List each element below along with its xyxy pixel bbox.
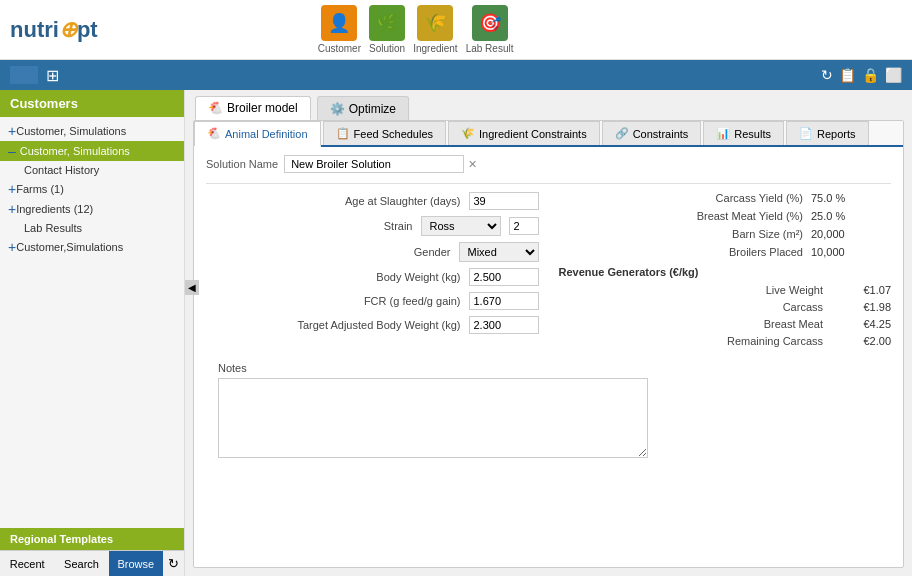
minus-icon-1: – xyxy=(8,144,16,158)
refresh-icon[interactable]: ↻ xyxy=(821,67,833,83)
tab-reports[interactable]: 📄 Reports xyxy=(786,121,869,145)
blue-bar-left: ⊞ xyxy=(10,66,59,85)
model-tabs: 🐔 Broiler model ⚙️ Optimize xyxy=(185,90,912,120)
recent-button[interactable]: Recent xyxy=(0,551,54,576)
sidebar-item-lab[interactable]: Lab Results xyxy=(0,219,184,237)
strain-controls: Ross Cobb xyxy=(421,216,539,236)
notes-section: Notes xyxy=(206,362,891,471)
live-weight-value: €1.07 xyxy=(831,284,891,296)
sidebar-item-label-6: Customer,Simulations xyxy=(16,241,123,253)
fcr-input[interactable] xyxy=(469,292,539,310)
lab-result-nav-label: Lab Result xyxy=(466,43,514,54)
breast-meat-label: Breast Meat xyxy=(559,318,832,330)
logo: nutri⊕pt xyxy=(10,17,98,43)
body-weight-label: Body Weight (kg) xyxy=(206,271,469,283)
broiler-model-icon: 🐔 xyxy=(208,101,223,115)
barn-size-row: Barn Size (m²) 20,000 xyxy=(559,228,892,240)
solution-name-label: Solution Name xyxy=(206,158,278,170)
sidebar-item-0[interactable]: + Customer, Simulations xyxy=(0,121,184,141)
revenue-section-header: Revenue Generators (€/kg) xyxy=(559,266,892,278)
fcr-row: FCR (g feed/g gain) xyxy=(206,292,539,310)
carcass-yield-value: 75.0 % xyxy=(811,192,891,204)
solution-nav[interactable]: 🌿 Solution xyxy=(369,5,405,54)
plus-icon-6: + xyxy=(8,240,16,254)
ingredient-nav[interactable]: 🌾 Ingredient xyxy=(413,5,457,54)
sidebar-footer: Recent Search Browse ↻ xyxy=(0,550,184,576)
carcass-label: Carcass xyxy=(559,301,832,313)
age-slaughter-input[interactable] xyxy=(469,192,539,210)
age-slaughter-label: Age at Slaughter (days) xyxy=(206,195,469,207)
gender-select[interactable]: Mixed Male Female xyxy=(459,242,539,262)
fcr-label: FCR (g feed/g gain) xyxy=(206,295,469,307)
strain-number-input[interactable] xyxy=(509,217,539,235)
main-dropdown[interactable] xyxy=(10,66,38,84)
solution-name-input[interactable] xyxy=(284,155,464,173)
collapse-sidebar-button[interactable]: ◀ xyxy=(185,280,199,295)
strain-select[interactable]: Ross Cobb xyxy=(421,216,501,236)
target-bw-row: Target Adjusted Body Weight (kg) xyxy=(206,316,539,334)
animal-def-icon: 🐔 xyxy=(207,127,221,140)
live-weight-label: Live Weight xyxy=(559,284,832,296)
solution-name-close[interactable]: ✕ xyxy=(468,158,477,171)
plus-icon-farms: + xyxy=(8,182,16,196)
sidebar-item-ingredients[interactable]: + Ingredients (12) xyxy=(0,199,184,219)
broiler-model-label: Broiler model xyxy=(227,101,298,115)
ingredient-icon: 🌾 xyxy=(417,5,453,41)
sidebar-item-6[interactable]: + Customer,Simulations xyxy=(0,237,184,257)
sidebar-item-farms[interactable]: + Farms (1) xyxy=(0,179,184,199)
tab-feed-schedules[interactable]: 📋 Feed Schedules xyxy=(323,121,447,145)
blue-bar-right: ↻ 📋 🔒 ⬜ xyxy=(821,67,902,83)
customer-nav[interactable]: 👤 Customer xyxy=(318,5,361,54)
sidebar-item-contact[interactable]: Contact History xyxy=(0,161,184,179)
remaining-carcass-value: €2.00 xyxy=(831,335,891,347)
right-col: Carcass Yield (%) 75.0 % Breast Meat Yie… xyxy=(559,192,892,352)
sidebar-item-label-ingredients: Ingredients (12) xyxy=(16,203,93,215)
feed-sched-label: Feed Schedules xyxy=(354,128,434,140)
broilers-placed-row: Broilers Placed 10,000 xyxy=(559,246,892,258)
barn-size-value: 20,000 xyxy=(811,228,891,240)
carcass-value: €1.98 xyxy=(831,301,891,313)
tab-ingredient-constraints[interactable]: 🌾 Ingredient Constraints xyxy=(448,121,600,145)
results-label: Results xyxy=(734,128,771,140)
live-weight-row: Live Weight €1.07 xyxy=(559,284,892,296)
browse-button[interactable]: Browse xyxy=(109,551,163,576)
reports-label: Reports xyxy=(817,128,856,140)
blue-bar: ⊞ ↻ 📋 🔒 ⬜ xyxy=(0,60,912,90)
window-icon[interactable]: ⬜ xyxy=(885,67,902,83)
grid-icon[interactable]: ⊞ xyxy=(46,66,59,85)
sidebar-item-label-contact: Contact History xyxy=(24,164,99,176)
age-slaughter-row: Age at Slaughter (days) xyxy=(206,192,539,210)
form-area: Solution Name ✕ Age at Slaughter (days) xyxy=(194,147,903,567)
solution-nav-label: Solution xyxy=(369,43,405,54)
barn-size-label: Barn Size (m²) xyxy=(559,228,812,240)
sidebar-title: Customers xyxy=(0,90,184,117)
body-weight-row: Body Weight (kg) xyxy=(206,268,539,286)
tab-broiler-model[interactable]: 🐔 Broiler model xyxy=(195,96,311,120)
clipboard-icon[interactable]: 📋 xyxy=(839,67,856,83)
tab-optimize[interactable]: ⚙️ Optimize xyxy=(317,96,409,120)
feed-sched-icon: 📋 xyxy=(336,127,350,140)
sidebar: Customers + Customer, Simulations – Cust… xyxy=(0,90,185,576)
sub-tabs: 🐔 Animal Definition 📋 Feed Schedules 🌾 I… xyxy=(194,121,903,147)
ingredient-const-label: Ingredient Constraints xyxy=(479,128,587,140)
notes-textarea[interactable] xyxy=(218,378,648,458)
tab-results[interactable]: 📊 Results xyxy=(703,121,784,145)
sidebar-item-label-0: Customer, Simulations xyxy=(16,125,126,137)
optimize-icon: ⚙️ xyxy=(330,102,345,116)
sidebar-item-label-farms: Farms (1) xyxy=(16,183,64,195)
body-weight-input[interactable] xyxy=(469,268,539,286)
lock-icon[interactable]: 🔒 xyxy=(862,67,879,83)
sidebar-item-1[interactable]: – Customer, Simulations xyxy=(0,141,184,161)
tab-constraints[interactable]: 🔗 Constraints xyxy=(602,121,702,145)
search-button[interactable]: Search xyxy=(54,551,108,576)
lab-result-nav[interactable]: 🎯 Lab Result xyxy=(466,5,514,54)
left-col: Age at Slaughter (days) Strain Ross Cobb xyxy=(206,192,539,352)
form-columns: Age at Slaughter (days) Strain Ross Cobb xyxy=(206,192,891,352)
breast-meat-yield-value: 25.0 % xyxy=(811,210,891,222)
constraints-label: Constraints xyxy=(633,128,689,140)
ingredient-const-icon: 🌾 xyxy=(461,127,475,140)
tab-animal-definition[interactable]: 🐔 Animal Definition xyxy=(194,121,321,147)
remaining-carcass-label: Remaining Carcass xyxy=(559,335,832,347)
footer-refresh-icon[interactable]: ↻ xyxy=(163,551,184,576)
target-bw-input[interactable] xyxy=(469,316,539,334)
